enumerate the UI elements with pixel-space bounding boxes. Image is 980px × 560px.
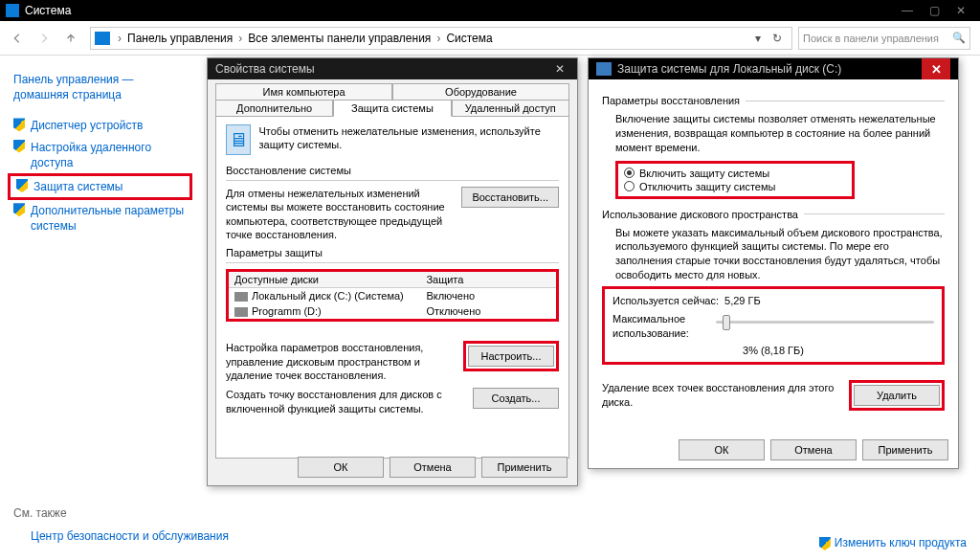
crumb-3[interactable]: Система: [444, 32, 494, 45]
sidebar-link-device-manager[interactable]: Диспетчер устройств: [13, 115, 189, 136]
restore-description: Включение защиты системы позволяет отмен…: [615, 112, 945, 155]
slider-thumb[interactable]: [723, 315, 730, 330]
configure-text: Настройка параметров восстановления, упр…: [226, 341, 457, 382]
max-usage-label: Максимальное использование:: [612, 312, 708, 341]
delete-highlight: Удалить: [849, 380, 945, 411]
sidebar: Панель управления — домашняя страница Ди…: [0, 56, 196, 560]
protection-group-legend: Параметры защиты: [226, 247, 559, 258]
window-title: Система: [25, 4, 71, 17]
sidebar-link-advanced-settings[interactable]: Дополнительные параметры системы: [13, 200, 189, 236]
back-button[interactable]: [4, 25, 31, 52]
configure-highlight: Настроить...: [463, 341, 559, 371]
maximize-button[interactable]: ▢: [921, 0, 947, 21]
delete-button[interactable]: Удалить: [854, 385, 940, 406]
change-product-key-link[interactable]: Изменить ключ продукта: [819, 536, 967, 550]
crumb-1[interactable]: Панель управления: [125, 32, 234, 45]
dialog2-title: Защита системы для Локальный диск (C:): [617, 62, 841, 76]
tab-system-protection[interactable]: Защита системы: [333, 100, 451, 117]
tab-remote[interactable]: Удаленный доступ: [452, 100, 569, 116]
close-button[interactable]: ✕: [947, 0, 974, 21]
col-protection: Защита: [424, 273, 552, 286]
sidebar-link-remote-settings[interactable]: Настройка удаленного доступа: [13, 137, 189, 173]
radio-disable-protection[interactable]: Отключить защиту системы: [624, 180, 846, 193]
system-protection-icon: 🖥: [226, 124, 251, 155]
dialog2-title-bar: Защита системы для Локальный диск (C:) ✕: [589, 58, 958, 79]
current-usage-label: Используется сейчас:: [612, 295, 719, 306]
radio-icon: [624, 168, 635, 178]
restore-group-legend: Параметры восстановления: [602, 95, 740, 106]
drive-icon: [596, 62, 612, 76]
dialog1-apply-button[interactable]: Применить: [481, 457, 568, 478]
delete-text: Удаление всех точек восстановления для э…: [602, 381, 839, 409]
slider-value: 3% (8,18 ГБ): [612, 345, 934, 356]
title-bar: Система — ▢ ✕: [0, 0, 980, 21]
dialog1-ok-button[interactable]: ОК: [298, 457, 384, 478]
dialog1-title: Свойства системы: [215, 62, 315, 76]
dialog1-close-button[interactable]: ✕: [550, 62, 569, 76]
radio-enable-protection[interactable]: Включить защиту системы: [624, 167, 846, 180]
dialog2-ok-button[interactable]: ОК: [679, 439, 765, 460]
table-row[interactable]: Programm (D:) Отключено: [229, 303, 556, 319]
crumb-2[interactable]: Все элементы панели управления: [246, 32, 433, 45]
search-placeholder: Поиск в панели управления: [803, 33, 939, 44]
tab-panel: 🖥 Чтобы отменить нежелательные изменения…: [215, 116, 569, 459]
dialog2-cancel-button[interactable]: Отмена: [770, 439, 857, 460]
system-protection-config-dialog: Защита системы для Локальный диск (C:) ✕…: [588, 57, 959, 469]
dialog2-apply-button[interactable]: Применить: [862, 439, 948, 460]
intro-text: Чтобы отменить нежелательные изменения, …: [258, 124, 559, 152]
create-text: Создать точку восстановления для дисков …: [226, 388, 467, 415]
usage-description: Вы можете указать максимальный объем дис…: [615, 226, 945, 282]
minimize-button[interactable]: —: [894, 0, 921, 21]
search-input[interactable]: Поиск в панели управления 🔍: [798, 27, 970, 50]
dialog1-cancel-button[interactable]: Отмена: [390, 457, 476, 478]
tab-advanced[interactable]: Дополнительно: [215, 100, 333, 116]
security-center-link[interactable]: Центр безопасности и обслуживания: [13, 526, 229, 547]
restore-button[interactable]: Восстановить...: [461, 187, 559, 208]
see-also-heading: См. также: [13, 506, 229, 520]
protection-table-highlight: Доступные диски Защита Локальный диск (C…: [226, 269, 559, 322]
system-properties-dialog: Свойства системы ✕ Имя компьютера Оборуд…: [207, 57, 578, 486]
nav-bar: › Панель управления › Все элементы панел…: [0, 21, 980, 56]
breadcrumb[interactable]: › Панель управления › Все элементы панел…: [90, 27, 792, 50]
configure-button[interactable]: Настроить...: [468, 346, 554, 367]
radio-icon: [624, 181, 635, 191]
tab-hardware[interactable]: Оборудование: [392, 83, 569, 100]
sidebar-highlight: Защита системы: [8, 173, 192, 200]
create-button[interactable]: Создать...: [473, 388, 559, 409]
usage-group-legend: Использование дискового пространства: [602, 209, 798, 220]
current-usage-value: 5,29 ГБ: [724, 295, 761, 306]
radio-highlight: Включить защиту системы Отключить защиту…: [615, 161, 855, 199]
sidebar-footer: См. также Центр безопасности и обслужива…: [13, 506, 229, 547]
sidebar-link-system-protection[interactable]: Защита системы: [11, 176, 189, 197]
drive-icon: [234, 292, 248, 302]
up-button[interactable]: [57, 25, 84, 52]
breadcrumb-icon: [95, 32, 110, 45]
table-header: Доступные диски Защита: [229, 272, 556, 288]
system-icon: [6, 4, 19, 17]
drive-icon: [234, 307, 248, 317]
search-icon: 🔍: [952, 32, 966, 44]
col-drives: Доступные диски: [233, 273, 424, 286]
address-dropdown-icon[interactable]: ▾: [749, 32, 767, 45]
control-panel-home-link[interactable]: Панель управления — домашняя страница: [13, 69, 189, 105]
usage-highlight: Используется сейчас: 5,29 ГБ Максимально…: [602, 286, 945, 365]
restore-group-legend: Восстановление системы: [226, 165, 559, 176]
max-usage-slider[interactable]: [716, 312, 934, 331]
table-row[interactable]: Локальный диск (C:) (Система) Включено: [229, 288, 556, 303]
dialog1-title-bar: Свойства системы ✕: [208, 58, 577, 79]
tab-computer-name[interactable]: Имя компьютера: [215, 83, 392, 100]
forward-button[interactable]: [31, 25, 57, 52]
refresh-icon[interactable]: ↻: [767, 32, 788, 45]
restore-text: Для отмены нежелательных изменений систе…: [226, 187, 456, 241]
dialog2-close-button[interactable]: ✕: [922, 58, 950, 79]
